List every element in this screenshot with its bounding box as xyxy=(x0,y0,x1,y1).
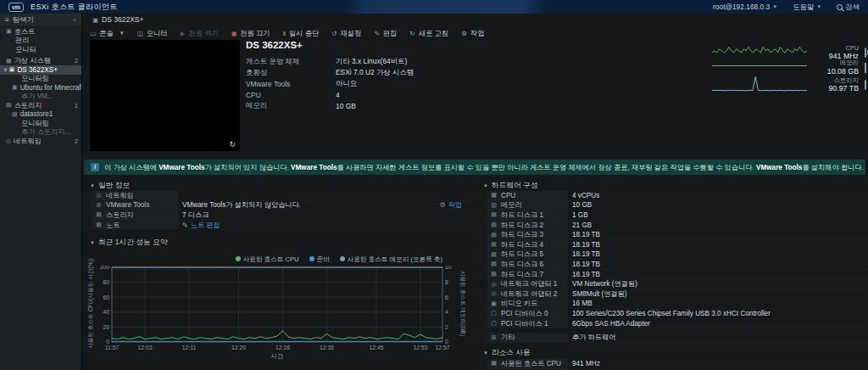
sidebar-item-host[interactable]: ▣호스트 xyxy=(0,27,81,36)
monitor-icon: ◫ xyxy=(137,30,143,37)
hw-row-disk5[interactable]: ▤하드 디스크 518.19 TB xyxy=(477,250,867,261)
svg-text:12:28: 12:28 xyxy=(275,345,290,350)
host-icon: ▣ xyxy=(6,28,12,35)
hw-row-memory[interactable]: ▥메모리10 GB xyxy=(477,201,867,211)
vmware-tools-notice: i 이 가상 시스템에 VMware Tools가 설치되어 있지 않습니다. … xyxy=(84,160,865,175)
disk-icon: ▤ xyxy=(490,241,498,248)
general-row-networking[interactable]: ◎네트워킹 xyxy=(84,191,474,201)
cpu-icon xyxy=(865,48,866,58)
monitor-button[interactable]: ◫모니터 xyxy=(137,29,168,38)
vm-icon: ▣ xyxy=(9,66,15,73)
network-count-badge: 2 xyxy=(75,137,78,145)
hw-row-disk6[interactable]: ▤하드 디스크 618.19 TB xyxy=(477,260,867,270)
sidebar-item-monitor[interactable]: 모니터 xyxy=(0,45,81,54)
performance-chart: 11:5712:0312:1112:2012:2812:3612:4512:53… xyxy=(84,266,474,350)
power-on-icon: ▶ xyxy=(181,30,186,37)
svg-text:12:20: 12:20 xyxy=(231,345,246,350)
general-row-storage[interactable]: ▤스토리지 7 디스크 xyxy=(84,210,474,221)
svg-text:20: 20 xyxy=(103,324,109,330)
gear-icon: ⚙ xyxy=(461,30,467,37)
suspend-button[interactable]: ‖일시 중단 xyxy=(283,29,320,38)
cpu-icon: ▦ xyxy=(490,360,498,367)
hw-row-video[interactable]: ▣비디오 카드16 MB xyxy=(477,300,867,310)
power-off-button[interactable]: ◼전원 끄기 xyxy=(231,29,270,38)
navigator-header[interactable]: ≡ 탐색기 « xyxy=(0,14,81,25)
hw-row-other[interactable]: ⊞기타추가 하드웨어 xyxy=(477,333,867,343)
sidebar-item-storage[interactable]: ▤스토리지1 xyxy=(0,101,81,110)
general-row-vmware-tools[interactable]: ⚙VMware Tools VMware Tools가 설치되지 않았습니다. … xyxy=(84,201,474,211)
nic1-network-link[interactable]: VM Network (연결됨) xyxy=(568,279,637,289)
svg-text:0: 0 xyxy=(106,339,109,345)
stat-cpu-label: CPU xyxy=(807,45,859,53)
refresh-preview-icon[interactable]: ↻ xyxy=(229,140,236,149)
vm-name: DS 3622XS+ xyxy=(246,40,526,50)
hw-row-disk1[interactable]: ▤하드 디스크 11 GB xyxy=(477,210,867,221)
tab-ds3622xs[interactable]: ▣ DS 3622XS+ xyxy=(92,15,143,24)
hw-row-cpu[interactable]: ▦CPU4 vCPUs xyxy=(477,191,867,201)
main-content: ▣ DS 3622XS+ ▭콘솔▼ ◫모니터 ▶전원 켜기 ◼전원 끄기 ‖일시… xyxy=(82,14,868,370)
general-row-notes[interactable]: ▤노트 ✎노트 편집 xyxy=(84,221,474,231)
chevron-down-icon: ▼ xyxy=(120,31,125,36)
nic2-network-link[interactable]: SM8Mult (연결됨) xyxy=(568,289,627,299)
resource-usage-header[interactable]: ▼리소스 사용 xyxy=(477,348,867,359)
hardware-config-header[interactable]: ▼하드웨어 구성 xyxy=(477,180,867,191)
sidebar-item-more-storage[interactable]: 추가 스토리지... xyxy=(0,128,81,137)
app-title: ESXi 호스트 클라이언트 xyxy=(31,2,118,13)
vmware-logo: vm xyxy=(8,3,24,12)
refresh-icon: ↻ xyxy=(409,30,415,37)
sidebar-item-manage[interactable]: 관리 xyxy=(0,36,81,46)
hw-row-disk4[interactable]: ▤하드 디스크 418.19 TB xyxy=(477,240,867,250)
help-menu[interactable]: 도움말▼ xyxy=(793,3,821,12)
sidebar-item-vm-monitoring[interactable]: 모니터링 xyxy=(0,75,81,84)
actions-button[interactable]: ⚙작업 xyxy=(461,29,484,38)
sidebar-item-virtual-machines[interactable]: ▦가상 시스템2 xyxy=(0,57,81,66)
search-button[interactable]: 검색 xyxy=(837,3,860,12)
sidebar-item-ds3622xs[interactable]: ∨▣DS 3622XS+ xyxy=(0,65,81,75)
expander-icon[interactable]: ∨ xyxy=(3,66,8,73)
edit-notes-link[interactable]: 노트 편집 xyxy=(191,221,220,229)
hw-row-disk3[interactable]: ▤하드 디스크 318.19 TB xyxy=(477,230,867,240)
reset-button[interactable]: ↺재설정 xyxy=(331,29,361,38)
collapse-icon: « xyxy=(73,16,76,24)
sidebar-item-more-vms[interactable]: 추가 VM... xyxy=(0,92,81,102)
vm-count-badge: 2 xyxy=(75,57,78,64)
console-button[interactable]: ▭콘솔▼ xyxy=(90,29,125,38)
sidebar-item-datastore1[interactable]: ▤datastore1 xyxy=(0,110,81,120)
console-preview[interactable]: ↻ xyxy=(90,40,240,151)
power-on-button[interactable]: ▶전원 켜기 xyxy=(181,29,219,38)
svg-text:8: 8 xyxy=(445,279,448,285)
hw-row-pci0[interactable]: ▢PCI 디바이스 0100 Series/C230 Series Chipse… xyxy=(477,309,867,319)
other-hardware-icon: ⊞ xyxy=(490,334,498,341)
hw-row-disk7[interactable]: ▤하드 디스크 718.19 TB xyxy=(477,270,867,280)
usage-stats: CPU941 MHz 메모리10.08 GB 스토리지90.97 TB xyxy=(712,45,866,97)
hw-row-pci1[interactable]: ▢PCI 디바이스 16Gbps SAS HBA Adapter xyxy=(477,319,867,329)
sidebar-item-storage-monitoring[interactable]: 모니터링 xyxy=(0,119,81,128)
general-info-header[interactable]: ▼일반 정보 xyxy=(84,180,474,191)
navigator-icon: ≡ xyxy=(5,15,9,24)
chevron-down-icon: ▼ xyxy=(483,183,488,188)
navigator-sidebar: ≡ 탐색기 « ▣호스트 관리 모니터 ▦가상 시스템2 ∨▣DS 3622XS… xyxy=(0,14,82,370)
stat-storage-value: 90.97 TB xyxy=(807,84,859,92)
hw-row-disk2[interactable]: ▤하드 디스크 221 GB xyxy=(477,221,867,231)
hw-row-nic2[interactable]: ◎네트워크 어댑터 2SM8Mult (연결됨) xyxy=(477,289,867,300)
refresh-button[interactable]: ↻새로 고침 xyxy=(409,29,448,38)
suspend-icon: ‖ xyxy=(283,30,286,37)
sidebar-item-networking[interactable]: ◎네트워킹2 xyxy=(0,137,81,146)
res-row-cpu[interactable]: ▦사용된 호스트 CPU941 MHz xyxy=(477,359,867,369)
performance-header[interactable]: ▼최근 1시간 성능 요약 xyxy=(84,237,474,248)
svg-text:0: 0 xyxy=(445,339,448,345)
tools-actions-link[interactable]: ⚙작업 xyxy=(439,200,474,210)
svg-text:10: 10 xyxy=(445,266,452,270)
edit-button[interactable]: ✎편집 xyxy=(374,29,397,38)
pencil-icon: ✎ xyxy=(182,221,188,229)
user-menu[interactable]: root@192.168.0.3▼ xyxy=(713,3,777,11)
hw-row-nic1[interactable]: ◎네트워크 어댑터 1VM Network (연결됨) xyxy=(477,279,867,289)
reset-icon: ↺ xyxy=(331,30,337,37)
performance-chart-area: 사용된 호스트 CPU(사용된 시간(%)) 사용된 호스트 메모리(GB) 1… xyxy=(84,266,474,366)
disk-icon: ▤ xyxy=(490,211,498,218)
datastore-icon: ▤ xyxy=(12,111,18,118)
vm-icon: ▣ xyxy=(12,84,18,91)
vm-icon: ▣ xyxy=(92,16,98,24)
sidebar-item-ubuntu-vm[interactable]: ▣Ubuntu for Minecraft S.. xyxy=(0,83,81,92)
stat-memory-value: 10.08 GB xyxy=(807,67,859,76)
